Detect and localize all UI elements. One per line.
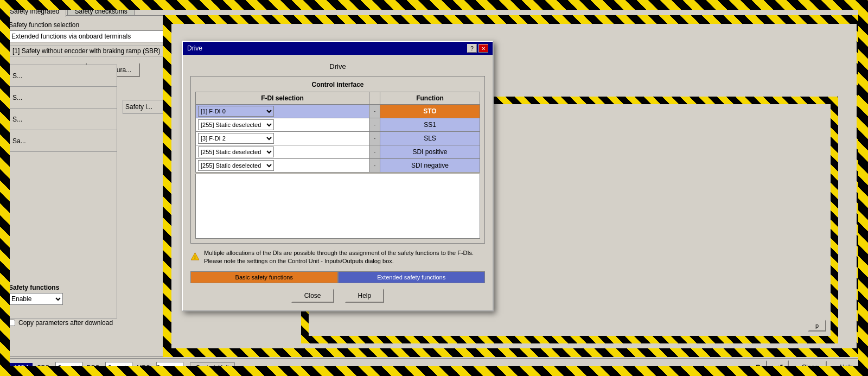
tab-safety-integrated[interactable]: Safety Integrated <box>3 5 66 17</box>
safety-functions-label: Safety functions <box>9 284 63 291</box>
control-interface-box: Control interface F-DI selection Functio… <box>190 76 485 244</box>
copy-params-row: Copy parameters after download <box>9 319 113 327</box>
fdi-2-select[interactable]: [3] F-DI 2 <box>198 133 274 144</box>
func-cell-sls: SLS <box>380 132 480 145</box>
table-row: [1] F-DI 0 - STO <box>196 105 480 118</box>
status-bar: ...123:1 CDS: 0 DDS: 0 MDS: Control_Unit… <box>3 358 865 376</box>
table-row: [3] F-DI 2 - SLS <box>196 132 480 145</box>
mds-input[interactable] <box>156 362 183 373</box>
settings-icon: ⚙ <box>755 363 762 372</box>
warning-icon: ! <box>190 249 200 264</box>
close-button[interactable]: Close <box>793 361 827 374</box>
dialog-action-buttons: Close Help <box>190 289 485 303</box>
dialog-center-title: Drive <box>190 62 485 71</box>
dds-select[interactable]: 0 <box>105 362 132 373</box>
help-button[interactable]: Help <box>831 361 862 374</box>
dialog-help-btn-bottom[interactable]: Help <box>345 289 385 303</box>
fdi-1-select[interactable]: [255] Static deselected <box>198 119 274 130</box>
fdi-0-select[interactable]: [1] F-DI 0 <box>198 106 274 117</box>
dialog-title: Drive <box>187 44 202 52</box>
control-unit-tab[interactable]: Control_Unit <box>190 362 235 372</box>
dialog-close-button[interactable]: ✕ <box>478 44 488 53</box>
dialog-close-btn[interactable]: Close <box>291 289 334 303</box>
second-panel-p-button[interactable]: p <box>808 320 826 332</box>
table-row: [255] Static deselected - SDI negative <box>196 159 480 173</box>
table-row: [255] Static deselected - SS1 <box>196 118 480 132</box>
sbr-label: [1] Safety without encoder with braking … <box>9 46 164 56</box>
fdi-4-select[interactable]: [255] Static deselected <box>198 160 274 171</box>
col-fdi: F-DI selection <box>196 92 369 105</box>
cds-select[interactable]: 0 <box>55 362 82 373</box>
dash-cell: - <box>369 145 380 159</box>
function-buttons-row: Basic safety functions Extended safety f… <box>190 271 485 283</box>
dash-cell: - <box>369 159 380 173</box>
fdi-cell: [255] Static deselected <box>196 118 369 132</box>
warning-text: Multiple allocations of the DIs are poss… <box>204 249 485 266</box>
func-cell-sdi-pos: SDI positive <box>380 145 480 159</box>
fdi-cell: [255] Static deselected <box>196 159 369 173</box>
dash-cell: - <box>369 105 380 118</box>
svg-text:!: ! <box>194 254 196 260</box>
basic-safety-button[interactable]: Basic safety functions <box>190 271 338 283</box>
dash-cell: - <box>369 132 380 145</box>
control-interface-title: Control interface <box>195 81 480 88</box>
col-dash-header <box>369 92 380 105</box>
table-row: [255] Static deselected - SDI positive <box>196 145 480 159</box>
status-badge: ...123:1 <box>6 363 33 372</box>
func-cell-sdi-neg: SDI negative <box>380 159 480 173</box>
fdi-cell: [1] F-DI 0 <box>196 105 369 118</box>
refresh-icon-button[interactable]: ↺ <box>771 360 789 374</box>
cds-label: CDS: <box>37 364 51 371</box>
dash-cell: - <box>369 118 380 132</box>
fdi-cell: [255] Static deselected <box>196 145 369 159</box>
mds-label: MDS: <box>137 364 152 371</box>
extended-safety-button[interactable]: Extended safety functions <box>338 271 486 283</box>
fdi-3-select[interactable]: [255] Static deselected <box>198 146 274 157</box>
safety-functions-dropdown[interactable]: Enable <box>9 293 63 305</box>
safety-functions-section: Safety functions Enable <box>9 284 63 305</box>
fdi-cell: [3] F-DI 2 <box>196 132 369 145</box>
func-cell-sto: STO <box>380 105 480 118</box>
dialog-help-button[interactable]: ? <box>467 44 477 53</box>
copy-params-checkbox[interactable] <box>9 320 15 326</box>
col-func: Function <box>380 92 480 105</box>
dialog-titlebar: Drive ? ✕ <box>183 42 493 55</box>
settings-icon-button[interactable]: ⚙ <box>749 360 767 374</box>
dds-label: DDS: <box>87 364 101 371</box>
warning-area: ! Multiple allocations of the DIs are po… <box>190 249 485 266</box>
func-cell-ss1: SS1 <box>380 118 480 132</box>
control-interface-table: F-DI selection Function <box>195 92 480 173</box>
copy-params-label: Copy parameters after download <box>18 319 113 327</box>
dialog-body: Drive Control interface F-DI selection <box>183 55 493 310</box>
refresh-icon: ↺ <box>777 363 783 372</box>
drive-dialog: Drive ? ✕ Drive Control interface <box>182 41 494 311</box>
